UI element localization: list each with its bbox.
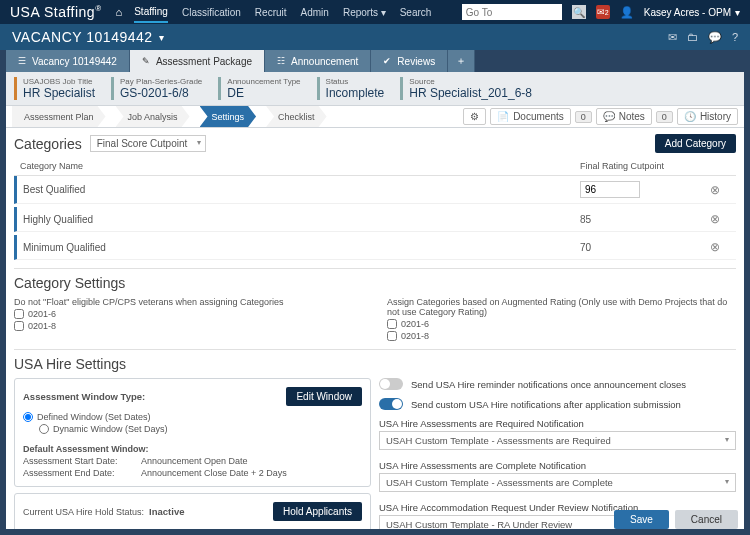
- gear-icon: ⚙: [470, 111, 479, 122]
- top-navbar: USA Staffing® ⌂ Staffing Classification …: [0, 0, 750, 24]
- tab-announcement[interactable]: ☷Announcement: [265, 50, 371, 72]
- nav-classification[interactable]: Classification: [182, 7, 241, 18]
- category-row: Best Qualified ⊗: [14, 176, 736, 204]
- tab-assessment-package[interactable]: ✎Assessment Package: [130, 50, 265, 72]
- nav-recruit[interactable]: Recruit: [255, 7, 287, 18]
- crumb-checklist[interactable]: Checklist: [266, 106, 327, 127]
- category-cutpoint-value: 70: [580, 242, 700, 253]
- edit-icon: ✎: [142, 56, 150, 66]
- history-icon: 🕓: [684, 111, 696, 122]
- end-date-value: Announcement Close Date + 2 Days: [141, 468, 287, 478]
- aug-chk-0201-8[interactable]: [387, 331, 397, 341]
- nav-admin[interactable]: Admin: [301, 7, 329, 18]
- hold-status-value: Inactive: [149, 506, 184, 517]
- hold-status-label: Current USA Hire Hold Status:: [23, 507, 144, 517]
- float-veterans-label: Do not "Float" eligible CP/CPS veterans …: [14, 297, 363, 307]
- default-window-label: Default Assessment Window:: [23, 444, 149, 454]
- category-cutpoint-value: 85: [580, 214, 700, 225]
- crumb-job-analysis[interactable]: Job Analysis: [116, 106, 190, 127]
- status-label: Status: [326, 77, 385, 86]
- grade-label: Pay Plan-Series-Grade: [120, 77, 202, 86]
- hold-applicants-button[interactable]: Hold Applicants: [273, 502, 362, 521]
- add-category-button[interactable]: Add Category: [655, 134, 736, 153]
- grid-icon: ☷: [277, 56, 285, 66]
- source-value: HR Specialist_201_6-8: [409, 86, 532, 100]
- settings-gear-button[interactable]: ⚙: [463, 108, 486, 125]
- float-chk-0201-6[interactable]: [14, 309, 24, 319]
- user-menu[interactable]: Kasey Acres - OPM ▾: [644, 7, 740, 18]
- dynamic-window-radio[interactable]: [39, 424, 49, 434]
- delete-icon[interactable]: ⊗: [710, 183, 720, 197]
- job-title-label: USAJOBS Job Title: [23, 77, 95, 86]
- nav-staffing[interactable]: Staffing: [134, 6, 168, 23]
- tab-add[interactable]: ＋: [448, 50, 475, 72]
- reminder-toggle[interactable]: [379, 378, 403, 390]
- notes-button[interactable]: 💬Notes: [596, 108, 652, 125]
- custom-notif-toggle[interactable]: [379, 398, 403, 410]
- notif-select[interactable]: USAH Custom Template - Assessments are C…: [379, 473, 736, 492]
- history-button[interactable]: 🕓History: [677, 108, 738, 125]
- chat-icon[interactable]: 💬: [708, 31, 722, 44]
- record-tabs: ☰Vacancy 10149442 ✎Assessment Package ☷A…: [6, 50, 744, 72]
- start-date-value: Announcement Open Date: [141, 456, 248, 466]
- notif-label: USA Hire Assessments are Complete Notifi…: [379, 460, 736, 471]
- job-title-value: HR Specialist: [23, 86, 95, 100]
- alerts-icon[interactable]: ✉2: [596, 5, 610, 19]
- list-icon: ☰: [18, 56, 26, 66]
- col-cutpoint: Final Rating Cutpoint: [580, 161, 700, 171]
- mail-icon[interactable]: ✉: [668, 31, 677, 44]
- crumb-assessment-plan[interactable]: Assessment Plan: [12, 106, 106, 127]
- edit-window-button[interactable]: Edit Window: [286, 387, 362, 406]
- user-avatar-icon[interactable]: 👤: [620, 6, 634, 19]
- assessment-window-panel: Assessment Window Type: Edit Window Defi…: [14, 378, 371, 487]
- vacancy-header: VACANCY 10149442▾ ✉ 🗀 💬 ?: [0, 24, 750, 50]
- crumb-settings[interactable]: Settings: [200, 106, 257, 127]
- start-date-key: Assessment Start Date:: [23, 456, 133, 466]
- usahire-title: USA Hire Settings: [14, 356, 736, 372]
- goto-input[interactable]: [462, 4, 562, 20]
- plus-icon: ＋: [456, 54, 466, 68]
- nav-search[interactable]: Search: [400, 7, 432, 18]
- tab-vacancy[interactable]: ☰Vacancy 10149442: [6, 50, 130, 72]
- category-cutpoint-input[interactable]: [580, 181, 640, 198]
- vacancy-info-strip: USAJOBS Job TitleHR Specialist Pay Plan-…: [6, 72, 744, 106]
- end-date-key: Assessment End Date:: [23, 468, 133, 478]
- category-name: Best Qualified: [23, 184, 580, 195]
- aug-chk-0201-6[interactable]: [387, 319, 397, 329]
- tab-reviews[interactable]: ✔Reviews: [371, 50, 448, 72]
- nav-reports[interactable]: Reports ▾: [343, 7, 386, 18]
- hold-status-panel: Current USA Hire Hold Status: Inactive H…: [14, 493, 371, 529]
- primary-nav: Staffing Classification Recruit Admin Re…: [134, 2, 431, 23]
- notes-count: 0: [656, 111, 673, 123]
- category-name: Minimum Qualified: [23, 242, 580, 253]
- cancel-button[interactable]: Cancel: [675, 510, 738, 529]
- col-category-name: Category Name: [20, 161, 580, 171]
- category-row: Highly Qualified 85 ⊗: [14, 207, 736, 232]
- documents-button[interactable]: 📄Documents: [490, 108, 571, 125]
- save-button[interactable]: Save: [614, 510, 669, 529]
- vacancy-title[interactable]: VACANCY 10149442▾: [12, 29, 164, 45]
- categories-filter-dropdown[interactable]: Final Score Cutpoint: [90, 135, 207, 152]
- footer-actions: Save Cancel: [614, 510, 738, 529]
- notif-select[interactable]: USAH Custom Template - Assessments are R…: [379, 431, 736, 450]
- category-row: Minimum Qualified 70 ⊗: [14, 235, 736, 260]
- defined-window-radio[interactable]: [23, 412, 33, 422]
- status-value: Incomplete: [326, 86, 385, 100]
- ann-type-label: Announcement Type: [227, 77, 300, 86]
- home-icon[interactable]: ⌂: [116, 6, 123, 18]
- delete-icon[interactable]: ⊗: [710, 240, 720, 254]
- category-name: Highly Qualified: [23, 214, 580, 225]
- brand-logo: USA Staffing®: [10, 4, 102, 20]
- custom-notif-toggle-label: Send custom USA Hire notifications after…: [411, 399, 681, 410]
- category-settings-title: Category Settings: [14, 275, 736, 291]
- search-icon[interactable]: 🔍: [572, 5, 586, 19]
- delete-icon[interactable]: ⊗: [710, 212, 720, 226]
- float-chk-0201-8[interactable]: [14, 321, 24, 331]
- sub-navigation: Assessment Plan Job Analysis Settings Ch…: [6, 106, 744, 128]
- grade-value: GS-0201-6/8: [120, 86, 202, 100]
- source-label: Source: [409, 77, 532, 86]
- folder-icon[interactable]: 🗀: [687, 31, 698, 44]
- help-icon[interactable]: ?: [732, 31, 738, 44]
- window-type-label: Assessment Window Type:: [23, 391, 145, 402]
- documents-count: 0: [575, 111, 592, 123]
